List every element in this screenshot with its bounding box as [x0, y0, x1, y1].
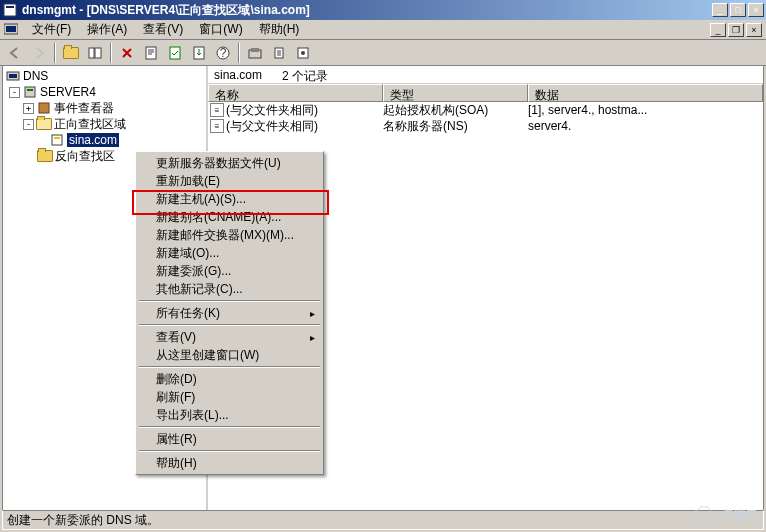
- svg-rect-19: [27, 89, 33, 91]
- svg-rect-4: [89, 48, 94, 58]
- svg-rect-22: [54, 137, 60, 139]
- folder-icon: [37, 149, 53, 163]
- cell: (与父文件夹相同): [226, 118, 318, 135]
- col-data[interactable]: 数据: [528, 84, 763, 102]
- dns-icon: [5, 69, 21, 83]
- ctx-delete[interactable]: 删除(D): [138, 370, 321, 388]
- svg-rect-1: [6, 6, 14, 8]
- record-count-label: 2 个记录: [282, 68, 328, 81]
- ctx-help[interactable]: 帮助(H): [138, 454, 321, 472]
- ctx-all-tasks[interactable]: 所有任务(K): [138, 304, 321, 322]
- col-type[interactable]: 类型: [383, 84, 528, 102]
- list-row[interactable]: ≡(与父文件夹相同) 起始授权机构(SOA) [1], server4., ho…: [208, 102, 763, 118]
- separator: [139, 426, 320, 428]
- ctx-properties[interactable]: 属性(R): [138, 430, 321, 448]
- cell: 名称服务器(NS): [383, 118, 528, 135]
- tree-root[interactable]: DNS: [5, 68, 204, 84]
- ctx-new-mx[interactable]: 新建邮件交换器(MX)(M)...: [138, 226, 321, 244]
- action3-button[interactable]: [292, 42, 314, 64]
- menu-view[interactable]: 查看(V): [135, 19, 191, 40]
- tree-zone-sina[interactable]: sina.com: [5, 132, 204, 148]
- action2-button[interactable]: [268, 42, 290, 64]
- tree-server[interactable]: - SERVER4: [5, 84, 204, 100]
- ctx-update-file[interactable]: 更新服务器数据文件(U): [138, 154, 321, 172]
- ctx-other-records[interactable]: 其他新记录(C)...: [138, 280, 321, 298]
- statusbar-text: 创建一个新委派的 DNS 域。: [7, 512, 159, 529]
- cell: [1], server4., hostma...: [528, 103, 763, 117]
- record-icon: ≡: [210, 103, 224, 117]
- tree-label: 事件查看器: [54, 100, 114, 117]
- ctx-new-host[interactable]: 新建主机(A)(S)...: [138, 190, 321, 208]
- ctx-export-list[interactable]: 导出列表(L)...: [138, 406, 321, 424]
- folder-open-icon: [36, 117, 52, 131]
- properties-button[interactable]: [140, 42, 162, 64]
- separator: [110, 43, 112, 63]
- separator: [139, 366, 320, 368]
- svg-rect-18: [25, 87, 35, 97]
- zone-name-label: sina.com: [214, 68, 262, 81]
- show-tree-button[interactable]: [84, 42, 106, 64]
- separator: [139, 324, 320, 326]
- child-close-button[interactable]: ×: [746, 23, 762, 37]
- separator: [139, 450, 320, 452]
- menu-help[interactable]: 帮助(H): [251, 19, 308, 40]
- child-restore-button[interactable]: ❐: [728, 23, 744, 37]
- tree-label: 反向查找区: [55, 148, 115, 165]
- svg-rect-3: [6, 26, 16, 32]
- back-button[interactable]: [4, 42, 26, 64]
- ctx-refresh[interactable]: 刷新(F): [138, 388, 321, 406]
- ctx-new-alias[interactable]: 新建别名(CNAME)(A)...: [138, 208, 321, 226]
- cell: (与父文件夹相同): [226, 102, 318, 119]
- tree-label: DNS: [23, 69, 48, 83]
- cell: 起始授权机构(SOA): [383, 102, 528, 119]
- separator: [139, 300, 320, 302]
- tree-forward-zone[interactable]: - 正向查找区域: [5, 116, 204, 132]
- tree-eventviewer[interactable]: + 事件查看器: [5, 100, 204, 116]
- minimize-button[interactable]: _: [712, 3, 728, 17]
- action1-button[interactable]: [244, 42, 266, 64]
- forward-button[interactable]: [28, 42, 50, 64]
- maximize-button[interactable]: □: [730, 3, 746, 17]
- ctx-new-domain[interactable]: 新建域(O)...: [138, 244, 321, 262]
- svg-rect-0: [4, 4, 16, 16]
- svg-rect-17: [9, 74, 17, 78]
- separator: [54, 43, 56, 63]
- refresh-button[interactable]: [164, 42, 186, 64]
- mmc-icon: [4, 22, 20, 38]
- svg-rect-12: [251, 48, 259, 52]
- menu-file[interactable]: 文件(F): [24, 19, 79, 40]
- collapse-icon[interactable]: -: [9, 87, 20, 98]
- collapse-icon[interactable]: -: [23, 119, 34, 130]
- close-button[interactable]: ×: [748, 3, 764, 17]
- record-icon: ≡: [210, 119, 224, 133]
- delete-button[interactable]: [116, 42, 138, 64]
- menu-window[interactable]: 窗口(W): [191, 19, 250, 40]
- expand-icon[interactable]: +: [23, 103, 34, 114]
- cell: server4.: [528, 119, 763, 133]
- list-row[interactable]: ≡(与父文件夹相同) 名称服务器(NS) server4.: [208, 118, 763, 134]
- up-button[interactable]: [60, 42, 82, 64]
- ctx-new-window[interactable]: 从这里创建窗口(W): [138, 346, 321, 364]
- child-minimize-button[interactable]: _: [710, 23, 726, 37]
- tree-label-selected: sina.com: [67, 133, 119, 147]
- window-title: dnsmgmt - [DNS\SERVER4\正向查找区域\sina.com]: [22, 2, 712, 19]
- server-icon: [22, 85, 38, 99]
- svg-rect-21: [52, 135, 62, 145]
- svg-text:?: ?: [220, 46, 227, 60]
- context-menu: 更新服务器数据文件(U) 重新加载(E) 新建主机(A)(S)... 新建别名(…: [135, 151, 324, 475]
- tree-label: SERVER4: [40, 85, 96, 99]
- ctx-new-delegation[interactable]: 新建委派(G)...: [138, 262, 321, 280]
- svg-rect-20: [39, 103, 49, 113]
- svg-rect-5: [95, 48, 101, 58]
- ctx-view[interactable]: 查看(V): [138, 328, 321, 346]
- svg-rect-7: [170, 47, 180, 59]
- ctx-reload[interactable]: 重新加载(E): [138, 172, 321, 190]
- col-name[interactable]: 名称: [208, 84, 383, 102]
- export-button[interactable]: [188, 42, 210, 64]
- svg-rect-6: [146, 47, 156, 59]
- book-icon: [36, 101, 52, 115]
- zone-icon: [49, 133, 65, 147]
- help-button[interactable]: ?: [212, 42, 234, 64]
- menu-action[interactable]: 操作(A): [79, 19, 135, 40]
- svg-point-15: [301, 51, 305, 55]
